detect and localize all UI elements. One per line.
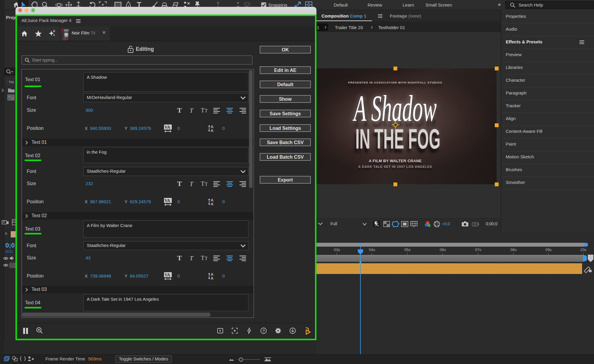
svg-text:T: T [205, 108, 208, 113]
svg-text:VA: VA [165, 273, 170, 277]
svg-text:T: T [190, 254, 194, 262]
svg-text:VA: VA [165, 125, 170, 130]
svg-text:T: T [190, 107, 194, 114]
svg-text:T: T [177, 106, 182, 114]
svg-text:T: T [205, 182, 208, 187]
svg-text:T: T [190, 180, 194, 187]
svg-text:T: T [177, 254, 182, 262]
svg-text:A: A [211, 128, 214, 133]
svg-text:T: T [201, 180, 204, 187]
svg-text:VA: VA [165, 198, 170, 203]
svg-text:T: T [201, 107, 204, 114]
svg-text:T: T [177, 180, 182, 187]
svg-text:A: A [211, 202, 214, 206]
svg-text:?: ? [263, 329, 265, 333]
svg-text:T: T [201, 255, 204, 261]
svg-text:A: A [211, 276, 214, 280]
svg-text:T: T [205, 256, 208, 261]
